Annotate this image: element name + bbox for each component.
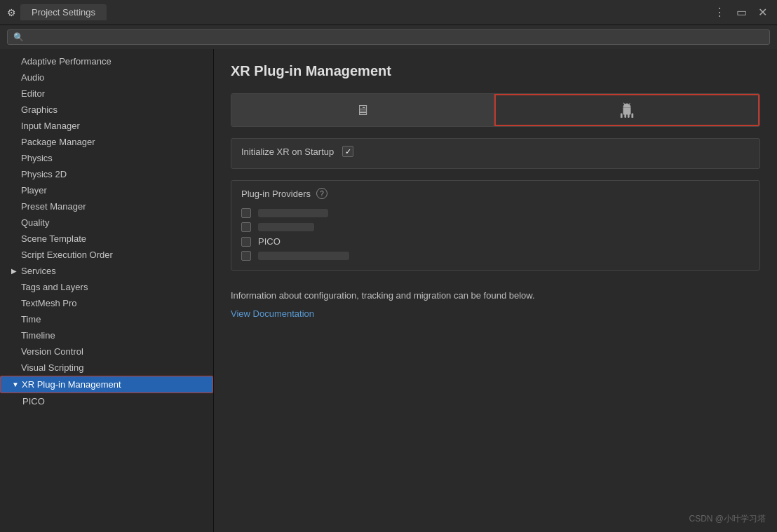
initialize-xr-label: Initialize XR on Startup	[241, 146, 334, 157]
providers-header: Plug-in Providers ?	[241, 188, 750, 199]
sidebar-item-quality[interactable]: Quality	[0, 214, 213, 231]
sidebar-item-editor[interactable]: Editor	[0, 86, 213, 102]
search-bar: 🔍	[0, 25, 777, 49]
provider-checkbox-4[interactable]	[241, 251, 251, 261]
title-bar-controls: ⋮ ▭ ✕	[711, 6, 770, 20]
sidebar-item-audio[interactable]: Audio	[0, 69, 213, 86]
sidebar-label-input-manager: Input Manager	[21, 121, 80, 131]
sidebar-label-textmesh-pro: TextMesh Pro	[21, 298, 76, 308]
provider-row-pico: PICO	[241, 234, 750, 249]
provider-label-1-blur	[258, 209, 328, 217]
sidebar-label-physics-2d: Physics 2D	[21, 169, 67, 179]
sidebar-item-visual-scripting[interactable]: Visual Scripting	[0, 360, 213, 376]
title-bar-left: ⚙ Project Settings	[7, 4, 107, 20]
provider-row-2	[241, 220, 750, 234]
sidebar-label-time: Time	[21, 314, 41, 325]
sidebar-label-physics: Physics	[21, 153, 53, 163]
info-text: Information about configuration, trackin…	[231, 289, 760, 303]
arrow-icon-xr-plugin-management: ▼	[12, 381, 19, 388]
footer-watermark: CSDN @小叶学习塔	[689, 513, 766, 525]
more-button[interactable]: ⋮	[711, 6, 728, 20]
search-wrapper: 🔍	[7, 29, 770, 45]
sidebar-item-version-control[interactable]: Version Control	[0, 343, 213, 360]
provider-label-2-blur	[258, 223, 314, 231]
android-icon	[619, 102, 635, 118]
page-title: XR Plug-in Management	[231, 63, 760, 79]
sidebar-item-player[interactable]: Player	[0, 182, 213, 198]
search-icon: 🔍	[13, 32, 24, 42]
sidebar-label-player: Player	[21, 185, 47, 196]
sidebar-item-services[interactable]: ▶Services	[0, 263, 213, 279]
info-section: Information about configuration, trackin…	[231, 282, 760, 326]
sidebar-item-textmesh-pro[interactable]: TextMesh Pro	[0, 295, 213, 311]
platform-tabs: 🖥	[231, 93, 760, 127]
providers-label: Plug-in Providers	[241, 189, 311, 199]
sidebar-item-adaptive-performance[interactable]: Adaptive Performance	[0, 53, 213, 69]
main-layout: Adaptive PerformanceAudioEditorGraphicsI…	[0, 49, 777, 532]
sidebar-item-physics-2d[interactable]: Physics 2D	[0, 166, 213, 182]
provider-checkbox-pico[interactable]	[241, 237, 251, 247]
search-input[interactable]	[28, 32, 764, 42]
sidebar-label-adaptive-performance: Adaptive Performance	[21, 56, 112, 67]
sidebar-item-script-execution-order[interactable]: Script Execution Order	[0, 247, 213, 263]
initialize-xr-row: Initialize XR on Startup ✓	[241, 146, 750, 157]
sidebar-label-audio: Audio	[21, 72, 44, 83]
sidebar-label-xr-plugin-management: XR Plug-in Management	[22, 379, 121, 390]
gear-icon: ⚙	[7, 7, 16, 18]
provider-row-4	[241, 249, 750, 263]
sidebar-label-script-execution-order: Script Execution Order	[21, 250, 113, 260]
initialize-xr-checkbox[interactable]: ✓	[342, 146, 353, 157]
sidebar-label-timeline: Timeline	[21, 330, 55, 341]
sidebar-label-preset-manager: Preset Manager	[21, 201, 86, 212]
sidebar-label-pico-sub: PICO	[22, 396, 45, 407]
help-icon[interactable]: ?	[316, 188, 327, 199]
title-bar: ⚙ Project Settings ⋮ ▭ ✕	[0, 0, 777, 25]
sidebar-label-services: Services	[21, 266, 56, 276]
sidebar-item-tags-and-layers[interactable]: Tags and Layers	[0, 279, 213, 295]
provider-checkbox-2[interactable]	[241, 222, 251, 232]
initialize-xr-section: Initialize XR on Startup ✓	[231, 138, 760, 169]
sidebar: Adaptive PerformanceAudioEditorGraphicsI…	[0, 49, 214, 532]
arrow-icon-services: ▶	[11, 267, 18, 275]
monitor-icon: 🖥	[356, 102, 370, 118]
sidebar-label-editor: Editor	[21, 88, 45, 99]
tab-android[interactable]	[494, 94, 759, 126]
maximize-button[interactable]: ▭	[734, 6, 750, 20]
sidebar-item-package-manager[interactable]: Package Manager	[0, 134, 213, 150]
sidebar-item-scene-template[interactable]: Scene Template	[0, 231, 213, 247]
close-button[interactable]: ✕	[755, 6, 770, 20]
provider-label-4-blur	[258, 252, 349, 260]
sidebar-item-pico-sub[interactable]: PICO	[0, 393, 213, 409]
provider-row-1	[241, 206, 750, 220]
sidebar-item-time[interactable]: Time	[0, 311, 213, 327]
sidebar-item-timeline[interactable]: Timeline	[0, 327, 213, 343]
sidebar-item-graphics[interactable]: Graphics	[0, 102, 213, 118]
sidebar-label-visual-scripting: Visual Scripting	[21, 362, 83, 373]
sidebar-label-quality: Quality	[21, 217, 49, 228]
sidebar-label-version-control: Version Control	[21, 346, 83, 357]
providers-section: Plug-in Providers ? PICO	[231, 180, 760, 271]
sidebar-label-scene-template: Scene Template	[21, 233, 86, 244]
sidebar-item-input-manager[interactable]: Input Manager	[0, 118, 213, 134]
sidebar-item-preset-manager[interactable]: Preset Manager	[0, 198, 213, 214]
sidebar-label-graphics: Graphics	[21, 104, 58, 115]
provider-checkbox-1[interactable]	[241, 208, 251, 218]
sidebar-label-tags-and-layers: Tags and Layers	[21, 282, 88, 292]
sidebar-label-package-manager: Package Manager	[21, 137, 95, 147]
sidebar-item-xr-plugin-management[interactable]: ▼XR Plug-in Management	[0, 376, 213, 393]
tab-desktop[interactable]: 🖥	[231, 94, 494, 126]
content-area: XR Plug-in Management 🖥 Initialize XR on…	[214, 49, 777, 532]
provider-label-pico: PICO	[258, 236, 281, 247]
view-documentation-link[interactable]: View Documentation	[231, 308, 314, 319]
window-title: Project Settings	[20, 4, 107, 20]
sidebar-item-physics[interactable]: Physics	[0, 150, 213, 166]
